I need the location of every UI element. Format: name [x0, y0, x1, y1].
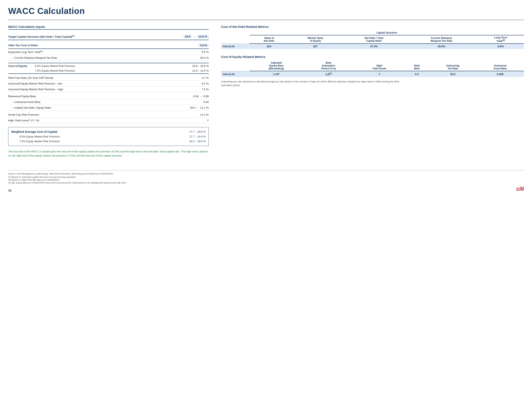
col-net-debt-ratio: Net Debt / TotalCapital Ratio [342, 35, 405, 44]
target-capital-values: 20.0 – 10.0 % [183, 35, 209, 38]
cost-equity-label: Cost of Equity: [8, 64, 33, 68]
wacc-box-sub2: 7.5% Equity Market Risk Premium [11, 140, 60, 143]
wacc-box-vals2: 18.5 – 19.8 % [189, 140, 206, 143]
assumed-low-label: Assumed Equity Market Risk Premium - low… [8, 82, 202, 85]
relevered-beta-low: 0.94 [193, 95, 198, 98]
risk-free-val: 3.7 % [202, 76, 209, 79]
col-market-value-equity: Market Valueof Equity [289, 35, 342, 44]
high-yield-row: High Yield Issuer? (Y / N) Y [8, 118, 209, 123]
small-cap-row: Small Cap Risk Premium: 11.2 % [8, 112, 209, 118]
right-column: Cost of Net Debt-Related Metrics Capital… [221, 25, 524, 87]
small-cap-value: 11.2 % [200, 113, 209, 116]
unlevering-note: Unlevering tax rate represents a blended… [221, 80, 405, 87]
implied-net-debt-dash: – [197, 106, 198, 109]
equity-company: AlerisLife [221, 71, 250, 77]
risk-free-row: Risk-Free Rate (20-Year CMT Bond): 3.7 % [8, 75, 209, 81]
col-unlevered-asset: UnleveredAsset Beta [476, 61, 524, 71]
net-debt-section-title: Cost of Net Debt-Related Metrics [221, 25, 524, 28]
target-capital-high: 10.0 % [197, 35, 209, 38]
wacc-box-title: Weighted Average Cost of Capital: [11, 130, 58, 133]
after-tax-cost-row: After-Tax Cost of Debt: 4.9 % [8, 42, 209, 49]
wacc-box-title-vals: 17.7 – 19.8 % [189, 130, 206, 133]
equity-beta-estimation: 3.8(3) [303, 71, 354, 77]
equity-adj-beta: 1.197 [250, 71, 303, 77]
wacc-box: Weighted Average Cost of Capital: 17.7 –… [8, 127, 209, 146]
current-marginal-row: – Current Statutory Marginal Tax Rate: 2… [8, 55, 209, 61]
col-long-term-yield: Long TermYield(2) [478, 35, 524, 44]
net-debt-tax-rate: 26.0% [405, 44, 478, 49]
target-capital-dash: – [194, 35, 195, 38]
net-debt-table-row: AlerisLife $24 $27 47.3% 26.0% 6.6% [221, 44, 524, 49]
relevered-beta-label: Relevered Equity Beta: [8, 95, 193, 98]
high-yield-label: High Yield Issuer? (Y / N) [8, 119, 207, 122]
col-debt-beta: DebtBeta [405, 61, 429, 71]
left-section-title: WACC Calculation Inputs [8, 25, 209, 30]
current-marginal-value: 26.0 % [200, 56, 209, 59]
net-debt-col-company [221, 31, 250, 35]
wacc-box-row1: 6.5% Equity Market Risk Premium 17.7 – 1… [11, 134, 206, 139]
current-marginal-label: – Current Statutory Marginal Tax Rate: [8, 56, 200, 59]
col-value-net-debt: Value ofNet Debt [250, 35, 289, 44]
top-divider [8, 20, 524, 20]
wacc-box-title-row: Weighted Average Cost of Capital: 17.7 –… [11, 129, 206, 134]
implied-net-debt-values: 25.0 – 11.1 % [190, 106, 209, 109]
wacc-box-vals1: 17.7 – 19.0 % [189, 135, 206, 138]
target-capital-row: Target Capital Structure (Net Debt / Tot… [8, 33, 209, 40]
cost-equity-sub2: 7.5% Equity Market Risk Premium [33, 69, 192, 72]
equity-table: AdjustedEquity Beta(Bloomberg) BetaEstim… [221, 61, 524, 77]
footer-note2: (2) Based on High Yield BB Index as of 0… [8, 179, 524, 181]
cost-equity-section: Cost of Equity: 6.5% Equity Market Risk … [8, 63, 209, 74]
unlevered-asset-value: 0.84 [203, 101, 209, 103]
main-layout: WACC Calculation Inputs Target Capital S… [8, 25, 524, 158]
col-adj-equity-beta: AdjustedEquity Beta(Bloomberg) [250, 61, 303, 71]
after-tax-cost-value: 4.9 % [198, 43, 209, 47]
assumed-high-row: Assumed Equity Market Risk Premium - hig… [8, 87, 209, 92]
implied-net-debt-label: – Implied Net Debt / Equity Ratio: [8, 106, 190, 109]
risk-free-value: 3.7 % [202, 76, 209, 79]
expected-yield-value: 6.6 % [202, 50, 209, 53]
relevered-beta-dash: – [200, 95, 202, 98]
cost-equity-row1: Cost of Equity: 6.5% Equity Market Risk … [8, 63, 209, 68]
net-debt-company: AlerisLife [221, 44, 250, 49]
expected-yield-row: Expected Long-Term Yield(2): 6.6 % [8, 49, 209, 55]
cost-equity-sub1: 6.5% Equity Market Risk Premium [33, 64, 192, 68]
wacc-box-row2: 7.5% Equity Market Risk Premium 18.5 – 1… [11, 139, 206, 144]
footer-note1: (1) Based on estimated capital structure… [8, 176, 524, 178]
equity-table-row: AlerisLife 1.197 3.8(3) Y 0.3 26.0 0.839 [221, 71, 524, 77]
net-debt-long-term-yield: 6.6% [478, 44, 524, 49]
cost-equity-row2: 7.5% Equity Market Risk Premium 21.9 – 2… [8, 68, 209, 74]
page-number: 16 [8, 189, 12, 192]
implied-net-debt-high: 11.1 % [200, 106, 209, 109]
net-debt-market-equity: $27 [289, 44, 342, 49]
col-marginal-tax: Current StatutoryMarginal Tax Rate [405, 35, 478, 44]
expected-yield-val: 6.6 % [202, 50, 209, 53]
small-cap-val: 11.2 % [200, 113, 209, 116]
footer-source: Source: ALR Management, public filings, … [8, 172, 524, 175]
net-debt-ratio: 47.3% [342, 44, 405, 49]
assumed-high-label: Assumed Equity Market Risk Premium - hig… [8, 88, 202, 91]
footer-notes: (1) Based on estimated capital structure… [8, 176, 524, 184]
equity-high-yield: Y [354, 71, 405, 77]
assumed-low-row: Assumed Equity Market Risk Premium - low… [8, 81, 209, 87]
capital-structure-group-header: Capital Structure [250, 31, 524, 35]
cost-equity-vals1: 20.9 – 20.6 % [192, 64, 209, 68]
small-cap-label: Small Cap Risk Premium: [8, 113, 200, 116]
equity-unlevering-tax: 26.0 [429, 71, 476, 77]
net-debt-table: Capital Structure Value ofNet Debt Marke… [221, 31, 524, 49]
relevered-beta-values: 0.94 – 0.88 [193, 95, 209, 98]
footer-note3: (3) Adj. Equity Beta as of 04/02/2019 wh… [8, 182, 524, 184]
relevered-beta-row: Relevered Equity Beta: 0.94 – 0.88 [8, 94, 209, 99]
implied-net-debt-row: – Implied Net Debt / Equity Ratio: 25.0 … [8, 105, 209, 111]
page-footer: Source: ALR Management, public filings, … [8, 170, 524, 192]
footer-bottom: 16 citi [8, 186, 524, 192]
after-tax-cost-label: After-Tax Cost of Debt: [8, 44, 198, 47]
assumed-high-value: 7.5 % [202, 88, 209, 91]
assumed-low-val: 6.5 % [202, 82, 209, 85]
risk-free-label: Risk-Free Rate (20-Year CMT Bond): [8, 76, 202, 79]
assumed-low-value: 6.5 % [202, 82, 209, 85]
unlevered-asset-row: – Unlevered Asset Beta: 0.84 [8, 99, 209, 105]
cost-equity-vals2: 21.9 – 21.5 % [192, 69, 209, 72]
col-unlevering-tax: UnleveringTax Rate [429, 61, 476, 71]
col-high-yield: HighYield Issuer [354, 61, 405, 71]
page-title: WACC Calculation [8, 6, 524, 16]
